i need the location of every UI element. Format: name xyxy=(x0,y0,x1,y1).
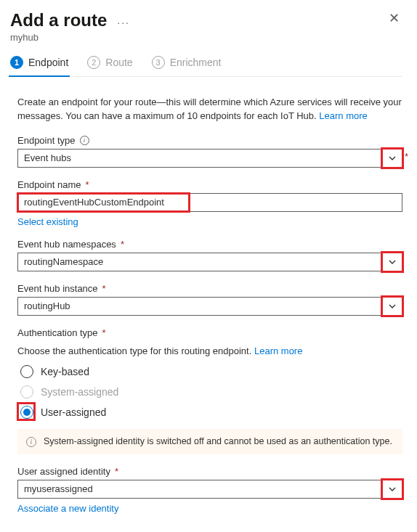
required-indicator: * xyxy=(102,327,106,338)
radio-label: User-assigned xyxy=(41,406,106,418)
info-icon: i xyxy=(26,437,36,447)
required-indicator: * xyxy=(121,239,124,250)
radio-user-assigned[interactable]: User-assigned xyxy=(20,406,402,419)
resource-name: myhub xyxy=(10,32,402,43)
step-label: Endpoint xyxy=(28,57,68,68)
endpoint-type-select[interactable] xyxy=(17,149,402,168)
user-identity-label: User assigned identity xyxy=(17,466,110,477)
required-indicator: * xyxy=(102,283,106,294)
close-icon[interactable]: ✕ xyxy=(386,10,402,26)
instance-label: Event hub instance xyxy=(17,283,98,294)
endpoint-name-label: Endpoint name xyxy=(17,179,81,190)
instance-select[interactable] xyxy=(17,297,402,316)
required-indicator: * xyxy=(115,466,118,477)
radio-label: System-assigned xyxy=(41,386,118,398)
required-indicator: * xyxy=(405,151,408,162)
radio-system-assigned: System-assigned xyxy=(20,385,402,398)
step-number: 1 xyxy=(10,56,23,69)
auth-type-label: Authentication type xyxy=(17,327,98,338)
user-identity-select[interactable] xyxy=(17,480,402,499)
namespaces-label: Event hub namespaces xyxy=(17,239,116,250)
associate-identity-link[interactable]: Associate a new identity xyxy=(17,503,118,514)
info-icon[interactable]: i xyxy=(80,136,89,145)
learn-more-link[interactable]: Learn more xyxy=(319,110,367,121)
step-route[interactable]: 2 Route xyxy=(87,56,132,76)
more-icon[interactable]: ··· xyxy=(117,17,130,28)
step-number: 3 xyxy=(152,56,165,69)
select-existing-link[interactable]: Select existing xyxy=(17,216,78,227)
info-banner: i System-assigned identity is switched o… xyxy=(17,429,402,454)
step-label: Route xyxy=(105,57,132,68)
step-enrichment[interactable]: 3 Enrichment xyxy=(152,56,222,76)
banner-text: System-assigned identity is switched off… xyxy=(44,436,392,446)
required-indicator: * xyxy=(85,179,89,190)
page-title: Add a route xyxy=(10,10,107,30)
auth-type-description: Choose the authentication type for this … xyxy=(17,345,402,356)
radio-label: Key-based xyxy=(41,366,89,377)
endpoint-type-label: Endpoint type xyxy=(17,135,76,146)
learn-more-link[interactable]: Learn more xyxy=(254,345,302,356)
intro-text: Create an endpoint for your route—this w… xyxy=(17,96,402,123)
step-label: Enrichment xyxy=(170,57,222,68)
radio-key-based[interactable]: Key-based xyxy=(20,365,402,378)
step-endpoint[interactable]: 1 Endpoint xyxy=(10,56,68,76)
wizard-steps: 1 Endpoint 2 Route 3 Enrichment xyxy=(10,56,402,76)
step-number: 2 xyxy=(87,56,100,69)
namespaces-select[interactable] xyxy=(17,253,402,271)
endpoint-name-input[interactable] xyxy=(17,193,402,212)
